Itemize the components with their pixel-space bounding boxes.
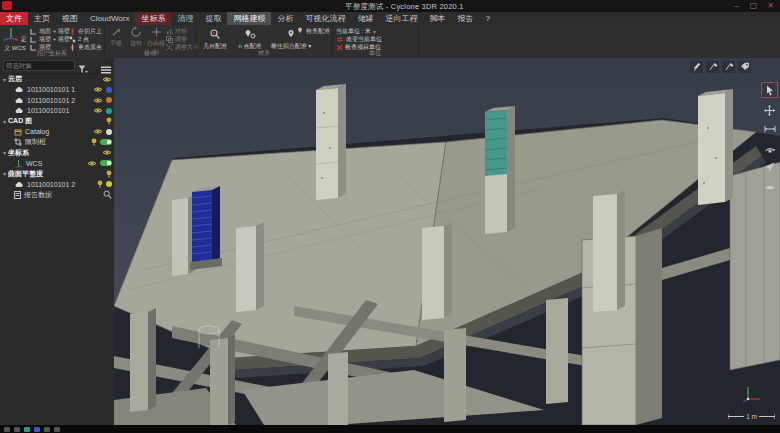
viewport-3d[interactable]: 1 m — [114, 58, 780, 425]
align-geometric-registration-button[interactable]: 几何配准 — [198, 29, 232, 51]
tree-group-row[interactable]: ▾CAD 图 — [0, 116, 114, 127]
visibility-eye-icon[interactable] — [93, 107, 103, 114]
pinn-icon — [244, 29, 256, 40]
bulb-icon[interactable] — [97, 180, 103, 188]
select-cursor-icon — [765, 85, 775, 96]
tree-group-row[interactable]: ▾云层 — [0, 74, 114, 85]
window-title: 平整度测试 - Cyclone 3DR 2020.1 — [345, 2, 464, 12]
select-cursor-tool[interactable] — [761, 82, 778, 98]
color-dot[interactable] — [106, 97, 112, 103]
swap-unit-icon — [336, 36, 344, 43]
ribbon-tab-?[interactable]: ? — [479, 12, 495, 25]
scale-label: 1 m — [746, 413, 757, 420]
align-n-points-registration-button[interactable]: n 点配准 — [234, 29, 266, 51]
ribbon-tab-CloudWorx[interactable]: CloudWorx — [84, 12, 135, 25]
ribbon-tab-储罐[interactable]: 储罐 — [351, 12, 379, 25]
tree-item-row[interactable]: 10110010101 — [0, 106, 114, 117]
ribbon-tab-网格建模[interactable]: 网格建模 — [227, 12, 271, 25]
filter-objects-input[interactable] — [3, 60, 75, 71]
expand-caret-icon[interactable]: ▾ — [3, 149, 6, 156]
movement-translate-button[interactable]: 平移 — [106, 27, 126, 48]
pen-annotate-button[interactable] — [706, 61, 719, 73]
magnifier-icon[interactable] — [103, 190, 112, 199]
visibility-eye-icon[interactable] — [93, 97, 103, 104]
tree-item-row[interactable]: Catalog — [0, 127, 114, 138]
status-icon[interactable] — [34, 427, 40, 432]
cyclone-3dr-window: 平整度测试 - Cyclone 3DR 2020.1 – ▢ ✕ 文件主页视图C… — [0, 0, 780, 433]
label-tag-icon — [740, 62, 750, 72]
status-icon[interactable] — [54, 427, 60, 432]
status-icon[interactable] — [14, 427, 20, 432]
tree-group-row[interactable]: ▾坐标系 — [0, 148, 114, 159]
ribbon-tab-视图[interactable]: 视图 — [56, 12, 84, 25]
cloud-icon — [14, 181, 24, 188]
movement-rotate-button[interactable]: 旋转 — [126, 27, 146, 48]
status-icon[interactable] — [24, 427, 30, 432]
ribbon: 定义 WCS 地面 + 墙壁墙壁 + 墙壁墙壁 在切片上2 点更改原点 用户坐标… — [0, 25, 780, 59]
label-tag-button[interactable] — [738, 61, 751, 73]
minimize-button[interactable]: – — [729, 0, 744, 11]
app-icon[interactable] — [2, 1, 12, 10]
ribbon-tab-bar: 文件主页视图CloudWorx坐标系清理提取网格建模分析可视化流程储罐逆向工程脚… — [0, 12, 780, 26]
expand-caret-icon[interactable]: ▾ — [3, 76, 6, 83]
color-dot[interactable] — [106, 129, 112, 135]
status-bar — [0, 425, 780, 433]
ribbon-tab-主页[interactable]: 主页 — [28, 12, 56, 25]
expand-caret-icon[interactable]: ▾ — [3, 118, 6, 125]
ribbon-tab-可视化流程[interactable]: 可视化流程 — [299, 12, 351, 25]
ribbon-tab-文件[interactable]: 文件 — [0, 12, 28, 25]
bulb-icon[interactable] — [106, 117, 112, 125]
ribbon-tab-逆向工程[interactable]: 逆向工程 — [379, 12, 423, 25]
corner-icon — [30, 36, 37, 43]
measure-distance-tool[interactable] — [762, 122, 777, 136]
bulb-icon[interactable] — [106, 170, 112, 178]
visibility-eye-icon[interactable] — [93, 128, 103, 135]
fly-tool[interactable] — [762, 160, 777, 174]
pencil-button[interactable] — [690, 61, 703, 73]
ribbon-tab-清理[interactable]: 清理 — [171, 12, 199, 25]
maximize-button[interactable]: ▢ — [746, 0, 761, 11]
pan-tool[interactable] — [762, 103, 777, 117]
visibility-eye-icon[interactable] — [102, 76, 112, 83]
pin-check-icon — [296, 27, 304, 36]
tree-node-label: 报告数据 — [24, 190, 52, 200]
rotate-icon — [131, 27, 142, 37]
axis-icon — [14, 159, 23, 168]
color-dot[interactable] — [106, 108, 112, 114]
color-dot[interactable] — [106, 181, 112, 187]
check-registration-button[interactable]: 检查配准 — [296, 27, 330, 35]
twopts-icon — [69, 36, 76, 43]
tree-item-row[interactable]: 报告数据 — [0, 190, 114, 201]
tree-node-label: 限制框 — [25, 137, 46, 147]
bulb-icon[interactable] — [91, 138, 97, 146]
pen-annotate-2-button[interactable] — [722, 61, 735, 73]
ribbon-tab-分析[interactable]: 分析 — [271, 12, 299, 25]
tree-item-row[interactable]: 10110010101 1 — [0, 85, 114, 96]
tree-item-row[interactable]: 10110010101 2 — [0, 95, 114, 106]
toggle-switch[interactable] — [100, 139, 112, 145]
orbit-tool[interactable] — [762, 141, 777, 155]
expand-caret-icon[interactable]: ▾ — [3, 170, 6, 177]
arrowNE-icon — [111, 27, 122, 37]
tree-item-row[interactable]: 10110010101 2 — [0, 179, 114, 190]
color-dot[interactable] — [106, 87, 112, 93]
tree-group-row[interactable]: ▾曲面平整度 — [0, 169, 114, 180]
visibility-eye-icon[interactable] — [102, 149, 112, 156]
ribbon-group-movement: 平移旋转自由移动 对称调整调整大小 移动 — [104, 25, 197, 58]
walkthrough-tool[interactable] — [762, 179, 777, 193]
cloud-icon — [14, 107, 24, 114]
visibility-eye-icon[interactable] — [93, 86, 103, 93]
ribbon-tab-坐标系[interactable]: 坐标系 — [135, 12, 171, 25]
group-label-ucs: 用户坐标系 — [0, 49, 104, 58]
ribbon-tab-报告[interactable]: 报告 — [451, 12, 479, 25]
tree-item-row[interactable]: 限制框 — [0, 137, 114, 148]
ribbon-tab-提取[interactable]: 提取 — [199, 12, 227, 25]
status-icon[interactable] — [44, 427, 50, 432]
close-button[interactable]: ✕ — [763, 0, 778, 11]
status-icon[interactable] — [4, 427, 10, 432]
ribbon-tab-脚本[interactable]: 脚本 — [423, 12, 451, 25]
visibility-eye-icon[interactable] — [87, 160, 97, 167]
toggle-switch[interactable] — [100, 160, 112, 166]
tree-item-row[interactable]: WCS — [0, 158, 114, 169]
slice-icon — [69, 28, 76, 35]
